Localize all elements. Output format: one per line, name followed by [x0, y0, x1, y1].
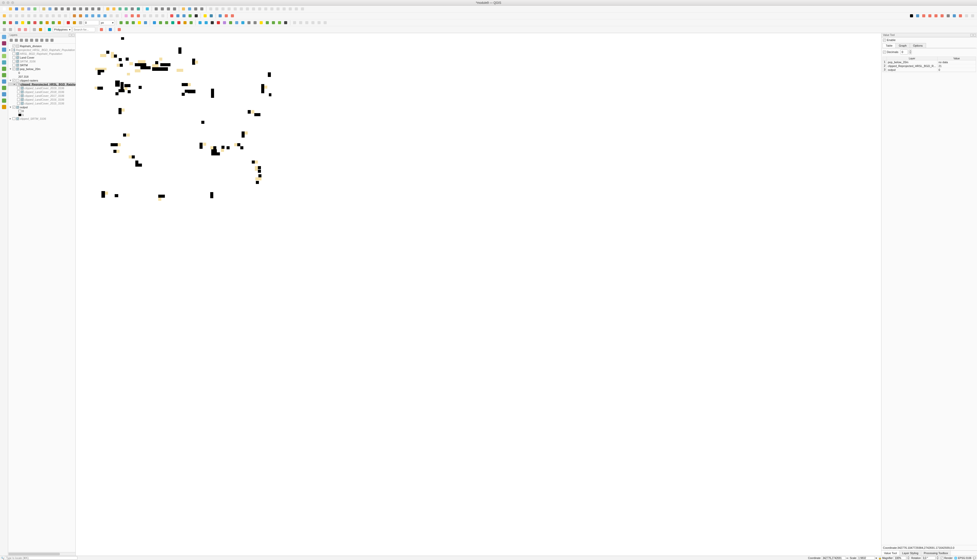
layers-tool-icon[interactable] — [45, 38, 49, 43]
search-input[interactable] — [72, 27, 95, 32]
explode-icon[interactable] — [958, 13, 963, 18]
decimals-down[interactable]: ▼ — [909, 52, 912, 54]
report-icon[interactable] — [208, 13, 214, 18]
refresh-icon[interactable] — [135, 6, 141, 12]
tab-graph[interactable]: Graph — [895, 43, 910, 48]
minimize-window-icon[interactable] — [7, 1, 10, 4]
temporal-icon[interactable] — [130, 6, 135, 12]
layer-row[interactable]: 0 — [8, 109, 75, 113]
layer-visibility-checkbox[interactable] — [17, 90, 20, 93]
new-print-layout-icon[interactable] — [20, 6, 25, 12]
layer-row[interactable]: Land Cover — [8, 55, 75, 59]
zoom-next-icon[interactable] — [96, 6, 102, 12]
grid2-icon[interactable] — [197, 20, 203, 25]
layer-row[interactable]: ▾output — [8, 105, 75, 109]
snap-icon[interactable] — [2, 27, 7, 32]
wms-icon[interactable] — [1, 85, 7, 91]
new-map-view-icon[interactable] — [105, 6, 111, 12]
layer-row[interactable]: clipped_LandCover_2015_3106 — [8, 102, 75, 105]
red-circle-icon[interactable] — [215, 20, 221, 25]
curve3-icon[interactable] — [933, 13, 939, 18]
new-project-icon[interactable] — [2, 6, 7, 12]
label-highlight-icon[interactable] — [135, 13, 141, 18]
layer-row[interactable]: clipped_LandCover_2019_3106 — [8, 86, 75, 90]
crs-icon[interactable]: 🌐 — [954, 557, 957, 560]
raster-add-icon[interactable] — [1, 40, 7, 46]
layer-row[interactable]: ▾clipped rasters — [8, 78, 75, 82]
layer-row[interactable]: 207.318 — [8, 75, 75, 78]
value-row[interactable]: 1pop_below_20mno data — [883, 60, 976, 64]
decimals-up[interactable]: ▲ — [909, 50, 912, 52]
panel-undock-icon[interactable] — [69, 34, 71, 37]
bars-icon[interactable] — [252, 20, 258, 25]
star2-icon[interactable] — [137, 20, 142, 25]
layers-tool-icon[interactable] — [40, 38, 44, 43]
curve1-icon[interactable] — [921, 13, 927, 18]
layers-green-icon[interactable] — [265, 20, 270, 25]
tab-table[interactable]: Table — [882, 43, 896, 48]
layer-row[interactable]: 1 — [8, 113, 75, 117]
quick-fill-icon[interactable] — [90, 13, 95, 18]
layer-visibility-checkbox[interactable] — [12, 106, 15, 108]
layer-row[interactable]: ▸clipped_Reprojected_HRSL_BGD_Rajshahi — [8, 82, 75, 86]
vertex-icon[interactable] — [230, 13, 235, 18]
globe-icon[interactable] — [181, 13, 187, 18]
layer-remove-icon[interactable] — [32, 20, 38, 25]
deselect-icon[interactable] — [193, 6, 198, 12]
world-lock-icon[interactable] — [44, 20, 50, 25]
extents-icon[interactable]: ⇔ — [846, 557, 848, 560]
grid-green-icon[interactable] — [228, 20, 233, 25]
value-row[interactable]: 2clipped_Reprojected_HRSL_BGD_R...21 — [883, 64, 976, 68]
gdal-icon[interactable] — [164, 20, 170, 25]
pan-icon[interactable] — [41, 6, 47, 12]
world-add-icon[interactable] — [38, 20, 44, 25]
layer-row[interactable]: clipped_LandCover_2018_3106 — [8, 90, 75, 94]
layer-row[interactable]: SRTM_3106 — [8, 59, 75, 63]
layers-tool-icon[interactable] — [24, 38, 29, 43]
save-edits-icon[interactable] — [14, 13, 19, 18]
layer-visibility-checkbox[interactable] — [12, 68, 15, 70]
openeo-icon[interactable] — [277, 20, 282, 25]
zoom-full-icon[interactable] — [72, 6, 77, 12]
label-pin-icon[interactable] — [130, 13, 135, 18]
magnifier-field[interactable] — [894, 556, 906, 560]
zoom-native-icon[interactable] — [65, 6, 71, 12]
open-project-icon[interactable] — [8, 6, 13, 12]
tree-twisty[interactable]: ▾ — [9, 79, 12, 82]
lock-icon[interactable]: 🔒 — [879, 557, 882, 560]
wcs-icon[interactable] — [1, 92, 7, 97]
value-row[interactable]: 3output0 — [883, 68, 976, 72]
toolbox-icon[interactable] — [160, 6, 165, 12]
paste-style-icon[interactable] — [23, 27, 28, 32]
save-project-icon[interactable] — [14, 6, 19, 12]
vg-icon[interactable] — [1, 104, 7, 110]
layer-row[interactable]: ▸clipped_SRTM_3106 — [8, 117, 75, 120]
messages-icon[interactable]: 💬 — [973, 557, 976, 560]
spatialite-icon[interactable] — [1, 72, 7, 78]
layer-visibility-checkbox[interactable] — [17, 94, 20, 97]
r-icon[interactable] — [176, 20, 182, 25]
export-icon[interactable] — [271, 20, 276, 25]
edc-icon[interactable] — [108, 27, 113, 32]
layer-row[interactable]: SRTM — [8, 63, 75, 67]
panel-close-icon[interactable] — [974, 34, 976, 37]
layer-visibility-checkbox[interactable] — [17, 98, 20, 101]
zoom-selection-icon[interactable] — [78, 6, 83, 12]
select-expr-icon[interactable] — [199, 6, 205, 12]
close-window-icon[interactable] — [2, 1, 5, 4]
layers-tool-icon[interactable] — [19, 38, 24, 43]
layers-horizontal-scrollbar[interactable] — [8, 552, 75, 556]
layer-visibility-checkbox[interactable] — [17, 102, 20, 105]
v-green-icon[interactable] — [50, 20, 56, 25]
map-canvas[interactable] — [76, 33, 882, 556]
show-bookmarks-icon[interactable] — [123, 6, 129, 12]
red-dot-icon[interactable] — [65, 20, 71, 25]
measure-icon[interactable] — [172, 6, 177, 12]
layer-visibility-checkbox[interactable] — [12, 60, 15, 63]
edits-pencil-icon[interactable] — [2, 13, 7, 18]
v-add-icon[interactable] — [1, 34, 7, 40]
squares-icon[interactable] — [234, 20, 240, 25]
sun-icon[interactable] — [20, 20, 25, 25]
bottom-tab-value-tool[interactable]: Value Tool — [882, 550, 900, 556]
gpx-icon[interactable] — [1, 66, 7, 72]
